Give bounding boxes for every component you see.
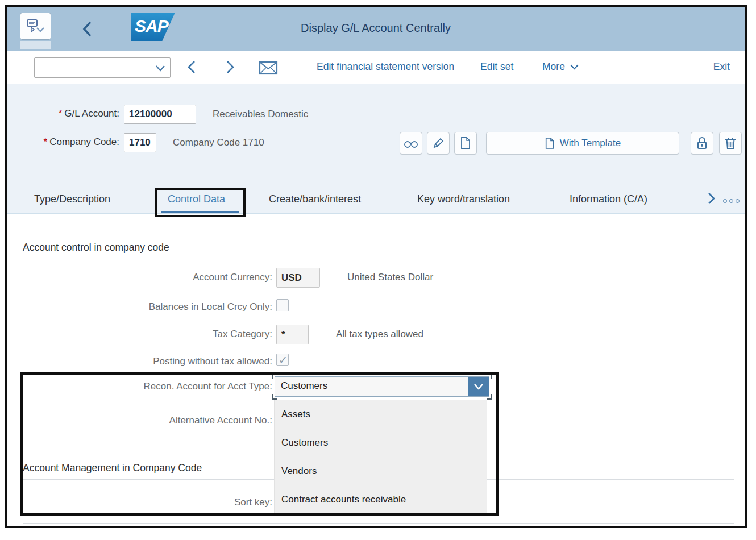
envelope-icon [259,61,278,75]
exit-button[interactable]: Exit [713,61,730,73]
account-currency-field[interactable]: USD [276,268,320,288]
chevron-down-icon [570,64,579,70]
tab-overflow-dots-icon[interactable] [723,199,740,203]
required-asterisk: * [59,108,63,119]
dropdown-option-customers[interactable]: Customers [275,429,487,457]
company-code-input[interactable]: 1710 [124,133,156,152]
trash-icon [724,136,737,150]
company-code-description: Company Code 1710 [173,137,264,148]
recon-account-dropdown[interactable]: Customers [275,376,489,397]
command-dropdown-chevron-icon[interactable] [155,65,165,72]
posting-without-tax-checkbox[interactable] [276,354,289,366]
account-currency-description: United States Dollar [347,272,433,283]
recon-account-dropdown-list: Assets Customers Vendors Contract accoun… [274,400,487,513]
tab-overflow-chevron-icon[interactable] [707,192,716,205]
page-title: Display G/L Account Centrally [7,22,745,35]
dropdown-chevron-button[interactable] [468,377,489,396]
tab-control-data[interactable]: Control Data [168,193,225,205]
with-template-button[interactable]: With Template [486,132,679,155]
balances-local-label: Balances in Local Crcy Only: [23,301,272,313]
dropdown-option-vendors[interactable]: Vendors [275,457,487,485]
pencil-icon [432,137,445,149]
send-mail-button[interactable] [259,61,278,75]
focus-corner [272,373,277,379]
dropdown-option-contract-accounts-receivable[interactable]: Contract accounts receivable [275,485,487,514]
application-toolbar: Edit financial statement version Edit se… [7,51,745,84]
balances-local-checkbox[interactable] [276,299,289,311]
create-button[interactable] [454,132,477,155]
command-field[interactable] [34,57,171,78]
glasses-icon [404,138,418,149]
edit-fsv-link[interactable]: Edit financial statement version [317,61,454,73]
tax-category-label: Tax Category: [23,329,272,340]
company-code-label: *Company Code: [7,136,119,148]
dropdown-option-assets[interactable]: Assets [275,400,487,429]
document-icon [460,136,471,150]
header-form-area: *G/L Account: 12100000 Receivables Domes… [7,84,745,213]
tax-category-description: All tax types allowed [336,329,423,340]
required-asterisk: * [44,136,48,147]
tab-key-word-translation[interactable]: Key word/translation [417,193,510,205]
gl-account-input[interactable]: 12100000 [124,105,196,124]
gl-account-description: Receivables Domestic [213,109,308,120]
tab-type-description[interactable]: Type/Description [34,193,110,205]
lock-button[interactable] [691,132,713,155]
lock-icon [696,136,708,150]
delete-button[interactable] [719,132,742,155]
edit-set-link[interactable]: Edit set [480,61,513,73]
command-input[interactable] [38,59,152,76]
app-header: SAP Display G/L Account Centrally [7,7,745,51]
alternative-account-label: Alternative Account No.: [23,415,272,426]
next-button[interactable] [225,60,235,74]
sap-gui-window: SAP Display G/L Account Centrally [5,5,747,528]
more-menu[interactable]: More [542,61,579,73]
recon-account-label: Recon. Account for Acct Type: [23,381,272,392]
section-heading-account-management: Account Management in Company Code [23,462,202,474]
document-icon [545,137,555,149]
posting-without-tax-label: Posting without tax allowed: [23,356,272,367]
section-heading-account-control: Account control in company code [23,242,169,254]
previous-button[interactable] [186,60,197,74]
gl-account-label: *G/L Account: [7,108,119,119]
display-button[interactable] [400,132,422,155]
edit-button[interactable] [427,132,450,155]
menu-button-shadow [20,41,51,49]
focus-corner [272,394,277,400]
tax-category-field[interactable]: * [276,325,309,344]
tab-information-ca[interactable]: Information (C/A) [570,193,647,205]
tab-create-bank-interest[interactable]: Create/bank/interest [269,193,361,205]
account-currency-label: Account Currency: [23,272,272,283]
sort-key-label: Sort key: [23,497,272,508]
recon-account-selected-value: Customers [281,380,327,392]
